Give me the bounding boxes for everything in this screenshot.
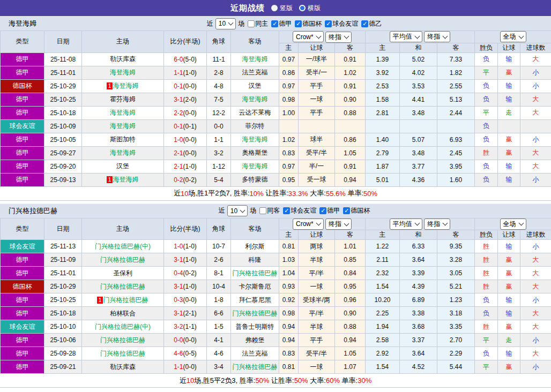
final-index-select[interactable]: 终指 [325,218,352,230]
unchecked-checkbox-icon[interactable] [248,20,255,27]
league-filter-checkbox-1[interactable]: 德甲 [319,206,340,215]
radio-unselected-icon[interactable] [299,5,306,11]
checked-checkbox-icon[interactable] [343,207,350,214]
score-cell: 0-0(0-0) [164,334,207,347]
same-venue-checkbox[interactable]: 同客 [259,206,280,215]
corners-cell: 1-1 [207,133,231,146]
away-team-cell: 利尔斯 [231,240,279,253]
checked-checkbox-icon[interactable] [283,207,290,214]
handicap-away-odds: 0.95 [335,280,366,293]
home-team-cell: 勒沃库森 [82,360,164,374]
league-badge: 德甲 [1,52,44,66]
checkbox-label: 德乙 [369,19,382,28]
league-filter-checkbox-3[interactable]: 德乙 [361,19,382,28]
layout-radio-0[interactable]: 竖版 [271,4,293,13]
match-count-select[interactable]: 10 [227,205,248,216]
scope-select[interactable]: 全场 [500,218,526,230]
same-venue-checkbox[interactable]: 同主 [248,19,268,28]
checkbox-label: 同主 [255,19,268,28]
final-index-select-2[interactable]: 终指 [424,31,450,42]
final-index-select[interactable]: 终指 [325,32,352,43]
away-team-name: 法兰克福 [242,350,268,357]
result-handicap: 输 [498,173,520,186]
unchecked-checkbox-icon[interactable] [259,207,266,214]
match-row: 德甲25-10-25霍芬海姆3-1(2-0)7-5海登海姆0.98一球0.901… [1,93,551,106]
handicap-home-odds: 1.04 [279,267,299,280]
layout-radio-1[interactable]: 横版 [299,4,321,13]
avg-home-odds: 2.79 [366,146,400,160]
average-select[interactable]: 平均值 [390,218,422,230]
handicap-away-odds: 0.91 [335,79,366,93]
summary-segment: 大率: [308,189,326,198]
league-filter-checkbox-0[interactable]: 德甲 [271,19,292,28]
radio-selected-icon[interactable] [271,5,278,11]
result-handicap: 赢 [498,280,520,293]
col-header-5: 客场 [231,218,279,240]
sub-col-header-7: 让球 [498,230,520,240]
scope-select[interactable]: 全场 [500,31,526,42]
result-win-lose: 负 [475,52,498,66]
bookmaker-select[interactable]: Crow* [293,218,324,230]
bookmaker-select[interactable]: Crow* [293,31,324,42]
league-filter-checkbox-2[interactable]: 德国杯 [343,206,370,215]
match-count-select[interactable]: 10 [215,18,236,29]
select-value: 平均值 [393,220,412,229]
away-team-name: 科隆 [249,256,262,263]
checked-checkbox-icon[interactable] [361,20,368,27]
sub-col-header-0: 主 [279,230,299,240]
corners-cell: 10-4 [207,280,231,293]
away-team-cell: 海登海姆 [231,93,279,106]
average-select[interactable]: 平均值 [390,31,422,42]
score-cell: 1-0(0-0) [164,133,207,146]
result-handicap: 赢 [498,253,520,267]
sub-col-header-4: 和 [400,230,437,240]
full-time-score: 0-2 [174,176,183,184]
handicap-odds-group-header: Crow* 终指 [279,218,366,230]
summary-segment: 10 [187,376,194,385]
avg-away-odds: 2.29 [437,347,475,360]
team-filter-bar: 门兴格拉德巴赫近10场同客球会友谊德甲德国杯 [0,203,551,218]
checked-checkbox-icon[interactable] [271,20,278,27]
home-team-name: 门兴格拉德巴赫(中) [95,243,151,250]
checked-checkbox-icon[interactable] [295,20,302,27]
result-goals: 大 [520,347,551,360]
near-label: 近 [219,206,225,215]
handicap-home-odds: 0.93 [279,280,299,293]
result-win-lose: 负 [475,347,498,360]
checkbox-label: 球会友谊 [332,19,358,28]
league-filter-checkbox-0[interactable]: 球会友谊 [283,206,316,215]
final-index-select-2[interactable]: 终指 [424,218,450,230]
chevron-down-icon [240,207,245,213]
checked-checkbox-icon[interactable] [325,20,332,27]
match-row: 德甲25-11-01海登海姆1-1(1-0)2-8法兰克福0.86受半/一1.0… [1,66,551,79]
home-team-name: 海登海姆 [110,109,136,116]
select-value: 终指 [427,220,440,229]
result-group-header: 全场 [475,31,551,43]
avg-home-odds: 2.58 [366,334,400,347]
result-handicap: 赢 [498,133,520,146]
league-filter-checkbox-1[interactable]: 德国杯 [295,19,322,28]
avg-home-odds: 2.81 [366,106,400,119]
match-row: 德甲25-09-28门兴格拉德巴赫4-6(0-5)4-6法兰克福0.83受平/半… [1,347,551,360]
select-value: 终指 [329,33,341,42]
summary-segment: 55.6% [326,190,346,198]
col-header-4: 角球 [207,218,231,240]
result-goals: 大 [520,267,551,280]
handicap-odds-group-header: Crow* 终指 [279,31,366,43]
home-team-cell: 霍芬海姆 [82,93,164,106]
score-cell: 1-1(0-0) [164,360,207,374]
league-badge: 德国杯 [1,280,44,293]
half-time-score: (1-1) [183,323,197,330]
near-label: 近 [207,19,213,28]
handicap-home-odds: 0.97 [279,79,299,93]
result-win-lose: 胜 [475,320,498,334]
select-value: 平均值 [393,32,412,41]
match-row: 球会友谊25-10-10门兴格拉德巴赫(中)3-2(1-1)1-5普鲁士明斯特0… [1,320,551,334]
match-row: 德甲25-10-05斯图加特1-0(0-0)1-1海登海姆1.02球半0.861… [1,133,551,146]
league-filter-checkbox-2[interactable]: 球会友谊 [325,19,358,28]
checked-checkbox-icon[interactable] [319,207,326,214]
away-team-name: 卡尔斯鲁厄 [239,283,271,290]
handicap-away-odds: 0.90 [335,93,366,106]
match-row: 德国杯25-10-29门兴格拉德巴赫3-1(1-0)10-4卡尔斯鲁厄0.93一… [1,280,551,293]
select-value: Crow* [296,33,314,41]
